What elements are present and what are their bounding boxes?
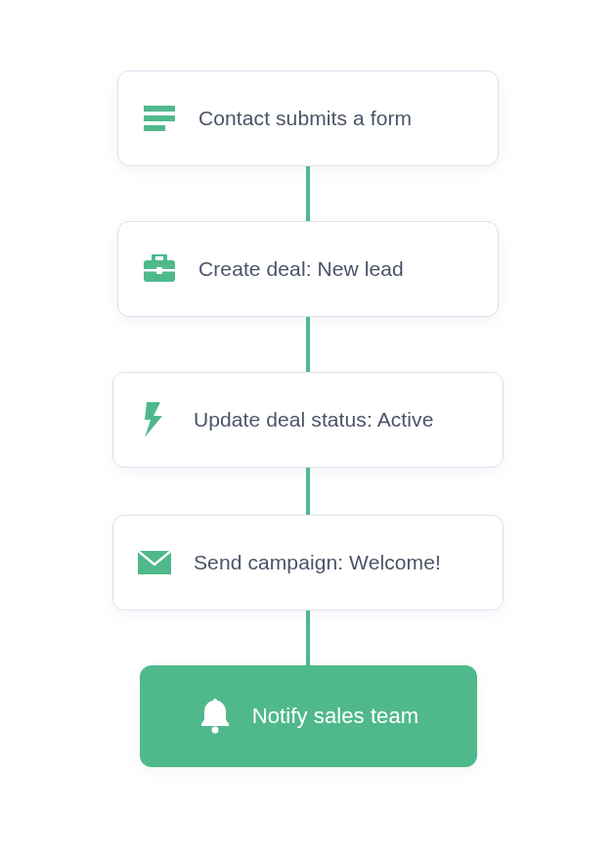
workflow-step-send-campaign[interactable]: Send campaign: Welcome!: [112, 515, 504, 611]
envelope-icon: [137, 545, 172, 580]
step-label: Send campaign: Welcome!: [194, 551, 441, 574]
svg-rect-0: [144, 106, 175, 112]
connector-line: [306, 468, 310, 515]
step-label: Create deal: New lead: [198, 257, 404, 281]
workflow-step-create-deal[interactable]: Create deal: New lead: [117, 221, 499, 317]
svg-rect-1: [144, 115, 175, 121]
workflow-step-notify[interactable]: Notify sales team: [140, 665, 477, 767]
bell-icon: [198, 699, 233, 734]
connector-line: [306, 166, 310, 221]
step-label: Notify sales team: [252, 704, 418, 729]
connector-line: [306, 317, 310, 372]
svg-rect-6: [156, 267, 162, 274]
step-label: Contact submits a form: [198, 107, 412, 130]
workflow-step-update-status[interactable]: Update deal status: Active: [112, 372, 504, 468]
bolt-icon: [137, 402, 172, 437]
form-icon: [142, 101, 177, 136]
svg-point-8: [211, 727, 218, 734]
workflow-step-trigger[interactable]: Contact submits a form: [117, 70, 499, 166]
briefcase-icon: [142, 251, 177, 287]
connector-line: [306, 611, 310, 665]
svg-rect-2: [144, 125, 165, 131]
step-label: Update deal status: Active: [194, 408, 433, 432]
